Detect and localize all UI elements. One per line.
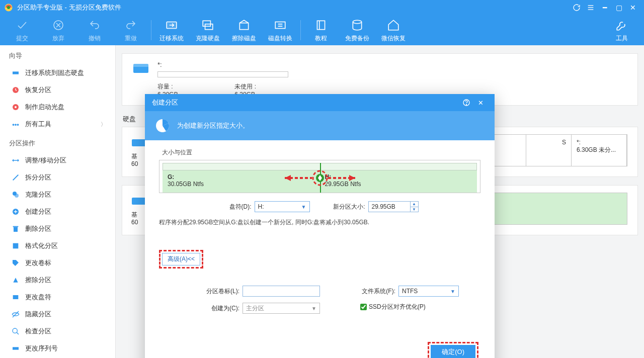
svg-rect-40 [133, 66, 148, 73]
svg-rect-26 [13, 295, 19, 299]
sidebar-item-format[interactable]: 格式化分区 [0, 237, 115, 254]
chevron-right-icon: 〉 [101, 121, 106, 128]
svg-rect-42 [132, 139, 146, 146]
svg-rect-43 [132, 198, 146, 205]
ok-button[interactable]: 确定(O) [431, 345, 475, 358]
ssd-align-label: SSD分区对齐优化(P) [369, 303, 426, 311]
svg-point-28 [13, 328, 17, 333]
operation-description: 程序将分配29.95GB空间从G:盘以创建一个新分区, 同时G:盘将减小到30.… [159, 218, 480, 227]
sidebar-item-label[interactable]: 更改卷标 [0, 254, 115, 272]
dialog-title: 创建分区 [152, 98, 178, 107]
backup-button[interactable]: 免费备份 [339, 15, 375, 45]
svg-point-1 [7, 6, 10, 9]
sidebar-item-serial[interactable]: 更改序列号 [0, 340, 115, 357]
ok-highlight: 确定(O) [428, 342, 478, 358]
minimize-button[interactable]: ━ [598, 0, 612, 15]
svg-point-15 [353, 20, 361, 24]
dialog-help-button[interactable] [459, 94, 473, 111]
svg-rect-9 [203, 21, 210, 26]
refresh-icon[interactable] [570, 0, 584, 15]
disk-row-icon [131, 194, 146, 209]
drive-letter-select[interactable]: H:▼ [255, 201, 310, 212]
svg-line-29 [17, 332, 19, 334]
spinner-up[interactable]: ▲ [411, 202, 418, 207]
app-logo-icon [4, 3, 13, 12]
close-button[interactable]: ✕ [626, 0, 640, 15]
advanced-toggle[interactable]: 高级(A)<< [162, 253, 200, 265]
disk-usage-bar [157, 71, 288, 77]
wipe-disk-button[interactable]: 擦除磁盘 [226, 15, 262, 45]
partition-size-slider[interactable]: G: 30.05GB Ntfs H: 29.95GB Ntfs [159, 160, 480, 193]
menu-icon[interactable] [584, 0, 598, 15]
main-toolbar: 提交 放弃 撤销 重做 迁移系统 克隆硬盘 擦除磁盘 磁盘转换 教程 免费备份 … [0, 15, 644, 45]
new-size-label: 新分区大小: [325, 203, 365, 211]
size-position-legend: 大小与位置 [162, 148, 480, 157]
sidebar-item-change-letter[interactable]: 更改盘符 [0, 289, 115, 306]
sidebar-group-wizard: 向导 [0, 45, 115, 64]
svg-rect-12 [275, 22, 285, 28]
svg-rect-13 [317, 21, 325, 29]
dialog-subheader: 为创建新分区指定大小。 [145, 111, 495, 140]
convert-disk-button[interactable]: 磁盘转换 [262, 15, 298, 45]
sidebar-item-clone-partition[interactable]: 克隆分区 [0, 186, 115, 203]
svg-rect-30 [13, 347, 19, 349]
chevron-down-icon: ▼ [311, 306, 316, 311]
migrate-os-button[interactable]: 迁移系统 [153, 15, 190, 45]
svg-rect-16 [13, 71, 19, 74]
svg-point-21 [15, 194, 19, 198]
new-size-spinner[interactable]: 29.95GB ▲▼ [368, 201, 419, 212]
dialog-titlebar: 创建分区 ✕ [145, 94, 495, 111]
filesystem-label: 文件系统(F): [355, 287, 395, 296]
create-as-select[interactable]: 主分区▼ [243, 303, 320, 314]
app-title: 分区助手专业版 - 无损分区免费软件 [17, 3, 121, 12]
sidebar-item-resize[interactable]: 调整/移动分区 [0, 152, 115, 169]
undo-button[interactable]: 撤销 [76, 15, 113, 45]
advanced-highlight: 高级(A)<< [159, 250, 203, 268]
disk-row-icon [131, 135, 146, 150]
filesystem-select[interactable]: NTFS▼ [398, 286, 459, 297]
svg-rect-41 [133, 64, 148, 67]
sidebar-item-migrate-ssd[interactable]: 迁移系统到固态硬盘 [0, 64, 115, 81]
volume-label-label: 分区卷标(L): [199, 287, 239, 296]
discard-button[interactable]: 放弃 [40, 15, 76, 45]
sidebar-item-check[interactable]: 检查分区 [0, 323, 115, 340]
sidebar-item-delete[interactable]: 删除分区 [0, 220, 115, 237]
redo-button[interactable]: 重做 [113, 15, 149, 45]
sidebar-item-recover-partition[interactable]: 恢复分区 [0, 81, 115, 99]
chevron-down-icon: ▼ [301, 204, 306, 210]
create-as-label: 创建为(C): [199, 304, 239, 313]
drive-letter-label: 盘符(D): [221, 203, 252, 211]
title-bar: 分区助手专业版 - 无损分区免费软件 ━ ▢ ✕ [0, 0, 644, 15]
svg-rect-23 [14, 227, 18, 232]
svg-rect-24 [13, 226, 19, 227]
volume-label-input[interactable] [243, 286, 320, 297]
tutorial-button[interactable]: 教程 [303, 15, 339, 45]
chevron-down-icon: ▼ [450, 289, 455, 294]
dialog-close-button[interactable]: ✕ [473, 94, 488, 111]
commit-button[interactable]: 提交 [4, 15, 40, 45]
disk-icon [132, 61, 149, 77]
sidebar-item-boot-disc[interactable]: 制作启动光盘 [0, 99, 115, 116]
svg-line-27 [13, 311, 19, 317]
sidebar-item-split[interactable]: 拆分分区 [0, 169, 115, 186]
ssd-align-checkbox[interactable] [360, 304, 367, 310]
sidebar-item-all-tools[interactable]: •••所有工具〉 [0, 116, 115, 133]
wechat-recover-button[interactable]: 微信恢复 [375, 15, 412, 45]
sidebar-group-partition-ops: 分区操作 [0, 133, 115, 152]
maximize-button[interactable]: ▢ [612, 0, 626, 15]
sidebar-item-hide[interactable]: 隐藏分区 [0, 306, 115, 323]
tools-button[interactable]: 工具 [604, 15, 640, 45]
disk-label: *: [157, 61, 627, 68]
sidebar-item-create[interactable]: 创建分区 [0, 203, 115, 220]
pie-icon [155, 118, 170, 133]
svg-rect-10 [205, 24, 213, 29]
clone-disk-button[interactable]: 克隆硬盘 [190, 15, 226, 45]
svg-rect-11 [239, 23, 248, 29]
svg-point-45 [466, 104, 466, 105]
spinner-down[interactable]: ▼ [411, 207, 418, 212]
slider-handle[interactable] [320, 163, 321, 193]
create-partition-dialog: 创建分区 ✕ 为创建新分区指定大小。 大小与位置 G: 30.05GB Ntfs… [145, 94, 495, 358]
sidebar: 向导 迁移系统到固态硬盘 恢复分区 制作启动光盘 •••所有工具〉 分区操作 调… [0, 45, 116, 358]
sidebar-item-wipe-partition[interactable]: 擦除分区 [0, 272, 115, 289]
svg-rect-25 [13, 243, 19, 249]
